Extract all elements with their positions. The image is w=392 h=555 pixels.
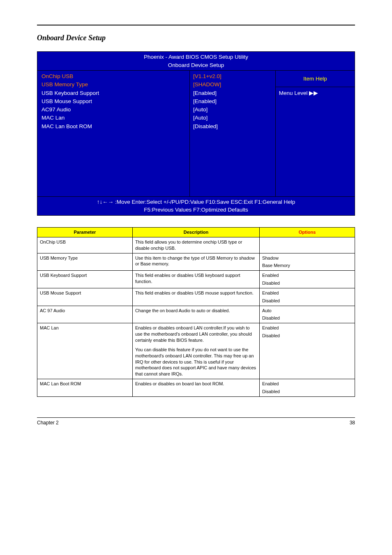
desc-cell: This field allows you to determine onchi… <box>132 237 259 253</box>
opt1: Enabled <box>262 290 279 295</box>
label-ac97: AC97 Audio <box>42 106 71 113</box>
opt2: Disabled <box>262 298 280 303</box>
bios-footer-line2: F5:Previous Values F7:Optimized Defaults <box>144 207 248 213</box>
desc-cell: Enables or disables on board lan boot RO… <box>132 379 259 397</box>
bios-header-line1: Phoenix - Award BIOS CMOS Setup Utility <box>144 54 248 60</box>
bios-header-line2: Onboard Device Setup <box>168 62 224 68</box>
table-row: USB Keyboard Support This field enables … <box>37 271 355 288</box>
bios-header: Phoenix - Award BIOS CMOS Setup Utility … <box>37 52 355 71</box>
value-usb-keyboard: [Enabled] <box>193 90 217 96</box>
table-row: MAC Lan Enables or disables onboard LAN … <box>37 323 355 379</box>
section-title: Onboard Device Setup <box>37 25 355 42</box>
opt-cell: Enabled Disabled <box>260 288 355 306</box>
value-ac97: [Auto] <box>193 106 208 113</box>
th-options: Options <box>260 228 355 237</box>
label-onchip-usb: OnChip USB <box>42 73 73 79</box>
desc-cell: Enables or disables onboard LAN controll… <box>132 323 259 379</box>
bios-labels-col: OnChip USB USB Memory Type USB Keyboard … <box>37 71 190 197</box>
bios-help-col: Item Help Menu Level ▶▶ <box>275 71 355 197</box>
opt2: Disabled <box>262 333 280 338</box>
page-footer: Chapter 2 38 <box>37 417 355 426</box>
opt2: Disabled <box>262 315 280 320</box>
opt1: Enabled <box>262 273 279 278</box>
table-row: USB Memory Type Use this item to change … <box>37 253 355 271</box>
value-mac-lan-boot: [Disabled] <box>193 123 218 129</box>
opt2: Disabled <box>262 281 280 286</box>
bios-footer-line1: ↑↓←→ :Move Enter:Select +/-/PU/PD:Value … <box>97 199 295 205</box>
opt-cell: Enabled Disabled <box>260 271 355 288</box>
desc-cell: This field enables or disables USB keybo… <box>132 271 259 288</box>
param-cell: USB Mouse Support <box>37 288 133 306</box>
opt-cell: Shadow Base Memory <box>260 253 355 271</box>
opt2: Disabled <box>262 389 280 394</box>
table-row: USB Mouse Support This field enables or … <box>37 288 355 306</box>
parameter-table: Parameter Description Options OnChip USB… <box>37 227 355 397</box>
opt-cell: Enabled Disabled <box>260 379 355 397</box>
label-usb-keyboard: USB Keyboard Support <box>42 90 99 96</box>
param-cell: OnChip USB <box>37 237 133 253</box>
th-description: Description <box>132 228 259 237</box>
param-cell: USB Keyboard Support <box>37 271 133 288</box>
bios-values-col: [V1.1+v2.0] [SHADOW] [Enabled] [Enabled]… <box>190 71 276 197</box>
table-row: OnChip USB This field allows you to dete… <box>37 237 355 253</box>
label-usb-memory-type: USB Memory Type <box>42 81 88 88</box>
param-cell: USB Memory Type <box>37 253 133 271</box>
footer-page-number: 38 <box>350 420 355 426</box>
opt1: Auto <box>262 308 272 313</box>
label-mac-lan-boot: MAC Lan Boot ROM <box>42 123 92 129</box>
value-usb-mouse: [Enabled] <box>193 98 217 104</box>
menu-level-label: Menu Level ▶▶ <box>276 87 355 99</box>
opt1: Shadow <box>262 256 279 260</box>
table-row: AC 97 Audio Change the on board Audio to… <box>37 306 355 323</box>
param-cell: MAC Lan Boot ROM <box>37 379 133 397</box>
param-cell: MAC Lan <box>37 323 133 379</box>
opt1: Enabled <box>262 381 279 386</box>
opt1: Enabled <box>262 325 279 330</box>
value-mac-lan: [Auto] <box>193 115 208 121</box>
desc-cell: Use this item to change the type of USB … <box>132 253 259 271</box>
desc-cell: This field enables or disables USB mouse… <box>132 288 259 306</box>
opt-cell: Enabled Disabled <box>260 323 355 379</box>
desc-p1: Enables or disables onboard LAN controll… <box>135 325 257 343</box>
opt-cell: Auto Disabled <box>260 306 355 323</box>
value-onchip-usb: [V1.1+v2.0] <box>193 73 221 79</box>
param-cell: AC 97 Audio <box>37 306 133 323</box>
table-row: MAC Lan Boot ROM Enables or disables on … <box>37 379 355 397</box>
desc-cell: Change the on board Audio to auto or dis… <box>132 306 259 323</box>
opt-cell <box>260 237 355 253</box>
th-parameter: Parameter <box>37 228 133 237</box>
desc-p2: You can disable this feature if you do n… <box>135 347 257 377</box>
label-mac-lan: MAC Lan <box>42 115 65 121</box>
opt2: Base Memory <box>262 263 290 268</box>
item-help-label: Item Help <box>276 71 355 87</box>
value-usb-memory-type: [SHADOW] <box>193 81 221 88</box>
bios-box: Phoenix - Award BIOS CMOS Setup Utility … <box>37 51 355 216</box>
bios-footer: ↑↓←→ :Move Enter:Select +/-/PU/PD:Value … <box>37 196 355 215</box>
footer-chapter: Chapter 2 <box>37 420 59 426</box>
label-usb-mouse: USB Mouse Support <box>42 98 92 104</box>
